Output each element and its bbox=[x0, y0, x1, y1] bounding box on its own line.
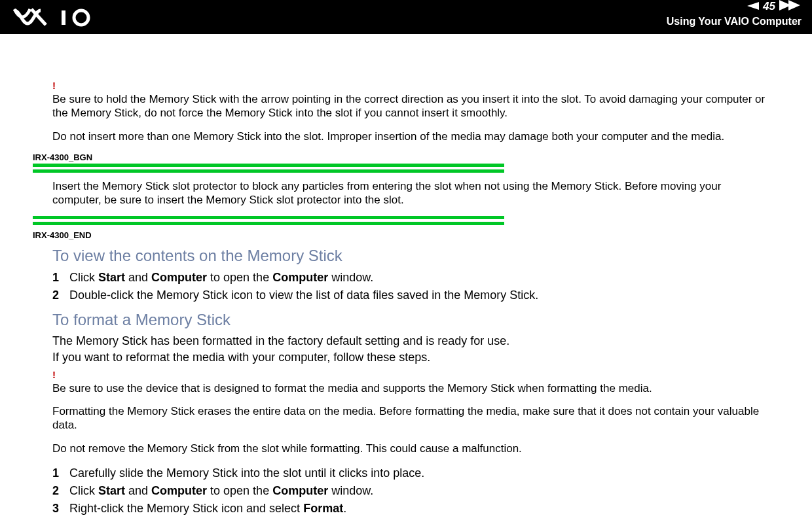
svg-marker-2 bbox=[747, 2, 759, 10]
marker-begin: IRX-4300_BGN bbox=[33, 152, 766, 162]
list-item: Right-click the Memory Stick icon and se… bbox=[52, 500, 766, 517]
warning-text: Formatting the Memory Stick erases the e… bbox=[52, 404, 766, 432]
ui-term: Computer bbox=[272, 271, 328, 284]
step-text: Double-click the Memory Stick icon to vi… bbox=[69, 289, 538, 302]
nav-next-icon[interactable] bbox=[779, 0, 802, 13]
list-item: Click Start and Computer to open the Com… bbox=[52, 269, 766, 287]
protector-note: Insert the Memory Stick slot protector t… bbox=[52, 179, 766, 207]
format-intro: If you want to reformat the media with y… bbox=[52, 349, 766, 365]
warning-icon: ! bbox=[52, 80, 766, 91]
nav-prev-icon[interactable] bbox=[746, 1, 759, 12]
step-text: Carefully slide the Memory Stick into th… bbox=[69, 466, 424, 480]
step-text: Click bbox=[69, 271, 98, 284]
warning-block-1: ! Be sure to hold the Memory Stick with … bbox=[52, 80, 766, 143]
page-header: 45 Using Your VAIO Computer bbox=[0, 0, 812, 34]
warning-text: Be sure to hold the Memory Stick with th… bbox=[52, 92, 766, 120]
ui-term: Format bbox=[303, 502, 343, 515]
warning-text: Be sure to use the device that is design… bbox=[52, 381, 766, 395]
marker-end: IRX-4300_END bbox=[33, 230, 766, 240]
step-text: Right-click the Memory Stick icon and se… bbox=[69, 502, 303, 515]
svg-point-1 bbox=[74, 10, 88, 25]
page-content: ! Be sure to hold the Memory Stick with … bbox=[0, 34, 812, 526]
ui-term: Computer bbox=[151, 484, 207, 497]
format-intro: The Memory Stick has been formatted in t… bbox=[52, 333, 766, 349]
ui-term: Start bbox=[98, 271, 125, 284]
warning-icon: ! bbox=[52, 369, 766, 380]
step-text: window. bbox=[328, 271, 373, 284]
vaio-logo bbox=[13, 7, 98, 30]
warning-block-2: ! Be sure to use the device that is desi… bbox=[52, 369, 766, 455]
header-right: 45 Using Your VAIO Computer bbox=[667, 0, 802, 27]
steps-view: Click Start and Computer to open the Com… bbox=[52, 269, 766, 304]
warning-text: Do not remove the Memory Stick from the … bbox=[52, 442, 766, 455]
step-text: and bbox=[125, 271, 151, 284]
section-title: Using Your VAIO Computer bbox=[667, 16, 802, 27]
steps-format: Carefully slide the Memory Stick into th… bbox=[52, 465, 766, 517]
list-item: Double-click the Memory Stick icon to vi… bbox=[52, 287, 766, 304]
step-text: Click bbox=[69, 484, 98, 497]
ui-term: Computer bbox=[272, 484, 328, 497]
step-text: . bbox=[343, 502, 346, 515]
green-divider bbox=[33, 164, 504, 173]
svg-marker-4 bbox=[788, 0, 800, 10]
heading-format: To format a Memory Stick bbox=[52, 311, 766, 329]
step-text: to open the bbox=[207, 484, 272, 497]
heading-view-contents: To view the contents on the Memory Stick bbox=[52, 247, 766, 265]
list-item: Carefully slide the Memory Stick into th… bbox=[52, 465, 766, 482]
green-divider bbox=[33, 216, 504, 225]
step-text: and bbox=[125, 484, 151, 497]
page-number: 45 bbox=[763, 0, 775, 13]
ui-term: Computer bbox=[151, 271, 207, 284]
svg-rect-0 bbox=[62, 10, 65, 25]
list-item: Click Start and Computer to open the Com… bbox=[52, 482, 766, 500]
ui-term: Start bbox=[98, 484, 125, 497]
step-text: to open the bbox=[207, 271, 272, 284]
warning-text: Do not insert more than one Memory Stick… bbox=[52, 130, 766, 143]
step-text: window. bbox=[328, 484, 373, 497]
